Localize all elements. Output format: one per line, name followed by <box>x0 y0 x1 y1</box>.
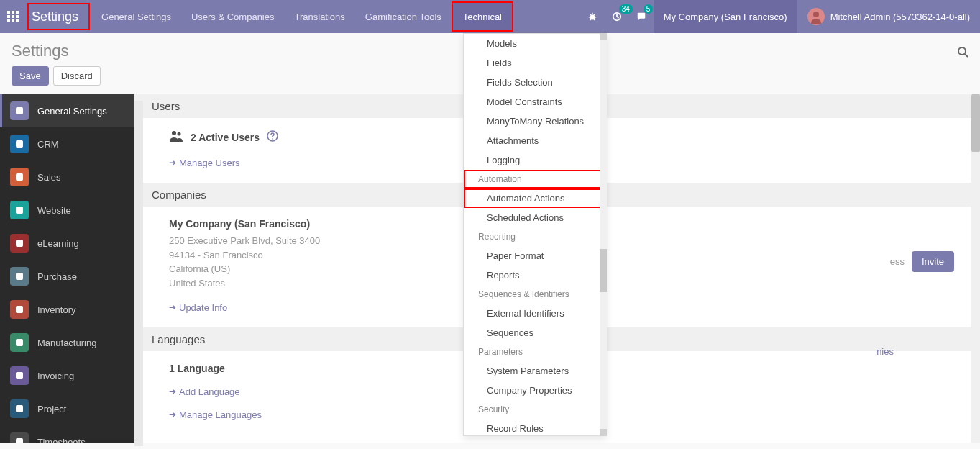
topbar-right: 34 5 My Company (San Francisco) Mitchell… <box>580 0 980 33</box>
svg-rect-16 <box>16 207 23 214</box>
dd-item-attachments[interactable]: Attachments <box>464 131 606 150</box>
sidebar-label: Project <box>37 404 66 414</box>
sidebar-item-project[interactable]: Project <box>0 392 134 425</box>
svg-rect-15 <box>16 173 23 181</box>
svg-point-11 <box>813 12 819 17</box>
svg-rect-5 <box>16 15 19 18</box>
sidebar-item-invoicing[interactable]: Invoicing <box>0 359 134 392</box>
dd-item-logging[interactable]: Logging <box>464 150 606 170</box>
content-left-scrollbar[interactable] <box>134 101 143 446</box>
users-icon <box>169 130 183 145</box>
update-info-link[interactable]: ➔ Update Info <box>169 302 227 313</box>
add-language-link[interactable]: ➔ Add Language <box>169 386 240 397</box>
sidebar-label: Manufacturing <box>37 337 96 348</box>
module-icon <box>10 135 29 153</box>
nav-general-settings[interactable]: General Settings <box>91 0 181 33</box>
sidebar-item-website[interactable]: Website <box>0 194 134 227</box>
svg-rect-8 <box>16 19 19 22</box>
svg-rect-0 <box>7 11 10 14</box>
svg-rect-22 <box>16 405 23 412</box>
company-selector[interactable]: My Company (San Francisco) <box>654 0 797 33</box>
module-icon <box>10 333 29 352</box>
sidebar-label: eLearning <box>37 238 79 249</box>
manage-languages-label: Manage Languages <box>179 409 262 420</box>
dd-section-automation: Automation <box>464 170 606 189</box>
svg-rect-20 <box>16 339 23 346</box>
nav-gamification[interactable]: Gamification Tools <box>355 0 452 33</box>
svg-rect-13 <box>16 107 23 114</box>
content-scrollbar[interactable] <box>971 94 980 443</box>
invite-input-partial[interactable]: ess <box>890 256 905 267</box>
dropdown-scrollbar[interactable] <box>600 33 607 436</box>
manage-languages-link[interactable]: ➔ Manage Languages <box>169 409 262 420</box>
nav-menu: General Settings Users & Companies Trans… <box>91 0 513 33</box>
messaging-icon[interactable]: 5 <box>629 0 654 33</box>
svg-rect-18 <box>16 273 23 280</box>
user-menu[interactable]: Mitchell Admin (5573362-14-0-all) <box>797 0 980 33</box>
invite-button[interactable]: Invite <box>912 251 954 272</box>
svg-rect-1 <box>12 11 14 14</box>
apps-icon[interactable] <box>0 0 26 33</box>
dd-item-company-properties[interactable]: Company Properties <box>464 381 606 400</box>
svg-point-25 <box>172 131 176 135</box>
dd-item-reports[interactable]: Reports <box>464 266 606 285</box>
scrollbar-thumb[interactable] <box>971 94 980 152</box>
dd-item-models[interactable]: Models <box>464 34 606 53</box>
dd-item-fields-selection[interactable]: Fields Selection <box>464 73 606 92</box>
module-icon <box>10 234 29 253</box>
technical-dropdown: ModelsFieldsFields SelectionModel Constr… <box>463 33 607 436</box>
dd-item-fields[interactable]: Fields <box>464 53 606 73</box>
dd-item-record-rules[interactable]: Record Rules <box>464 419 606 436</box>
sidebar-item-sales[interactable]: Sales <box>0 160 134 194</box>
sidebar-item-general-settings[interactable]: General Settings <box>0 94 134 127</box>
dd-item-system-parameters[interactable]: System Parameters <box>464 361 606 381</box>
manage-companies-partial[interactable]: nies <box>876 346 894 357</box>
debug-icon[interactable] <box>580 0 605 33</box>
discard-button[interactable]: Discard <box>53 66 101 86</box>
activity-icon[interactable]: 34 <box>605 0 629 33</box>
dd-item-manytomany-relations[interactable]: ManyToMany Relations <box>464 112 606 131</box>
search-icon[interactable] <box>957 46 968 60</box>
avatar-icon <box>807 8 825 25</box>
dd-item-sequences[interactable]: Sequences <box>464 323 606 343</box>
brand-title[interactable]: Settings <box>27 3 90 30</box>
help-icon[interactable] <box>267 130 278 145</box>
sidebar-item-elearning[interactable]: eLearning <box>0 227 134 260</box>
arrow-right-icon: ➔ <box>169 409 176 419</box>
scrollbar-arrow-down[interactable] <box>600 429 607 436</box>
dd-item-model-constraints[interactable]: Model Constraints <box>464 92 606 112</box>
dd-item-external-identifiers[interactable]: External Identifiers <box>464 304 606 323</box>
svg-rect-21 <box>16 372 23 379</box>
sidebar-label: Purchase <box>37 271 77 282</box>
dd-item-scheduled-actions[interactable]: Scheduled Actions <box>464 208 606 227</box>
dd-item-paper-format[interactable]: Paper Format <box>464 246 606 266</box>
sidebar-item-crm[interactable]: CRM <box>0 127 134 160</box>
arrow-right-icon: ➔ <box>169 158 176 168</box>
module-icon <box>10 101 29 120</box>
sidebar-label: Website <box>37 205 71 216</box>
nav-translations[interactable]: Translations <box>285 0 355 33</box>
sidebar-label: Timesheets <box>37 437 86 443</box>
module-icon <box>10 366 29 385</box>
scrollbar-thumb-dd[interactable] <box>600 249 607 292</box>
dd-section-sequences-identifiers: Sequences & Identifiers <box>464 285 606 304</box>
sidebar-label: CRM <box>37 139 59 150</box>
scrollbar-arrow-up[interactable] <box>600 33 607 40</box>
dd-section-parameters: Parameters <box>464 343 606 361</box>
module-icon <box>10 168 29 186</box>
nav-technical[interactable]: Technical <box>452 1 513 32</box>
sidebar-label: General Settings <box>37 106 107 117</box>
sidebar-item-purchase[interactable]: Purchase <box>0 260 134 293</box>
sidebar-item-manufacturing[interactable]: Manufacturing <box>0 326 134 359</box>
sidebar-item-inventory[interactable]: Inventory <box>0 293 134 326</box>
module-icon <box>10 267 29 286</box>
svg-rect-23 <box>16 438 23 443</box>
svg-rect-14 <box>16 140 23 148</box>
nav-users-companies[interactable]: Users & Companies <box>181 0 285 33</box>
module-icon <box>10 300 29 319</box>
save-button[interactable]: Save <box>12 66 49 86</box>
svg-rect-7 <box>12 19 14 22</box>
sidebar-item-timesheets[interactable]: Timesheets <box>0 425 134 443</box>
dd-item-automated-actions[interactable]: Automated Actions <box>464 189 606 208</box>
manage-users-link[interactable]: ➔ Manage Users <box>169 158 240 168</box>
